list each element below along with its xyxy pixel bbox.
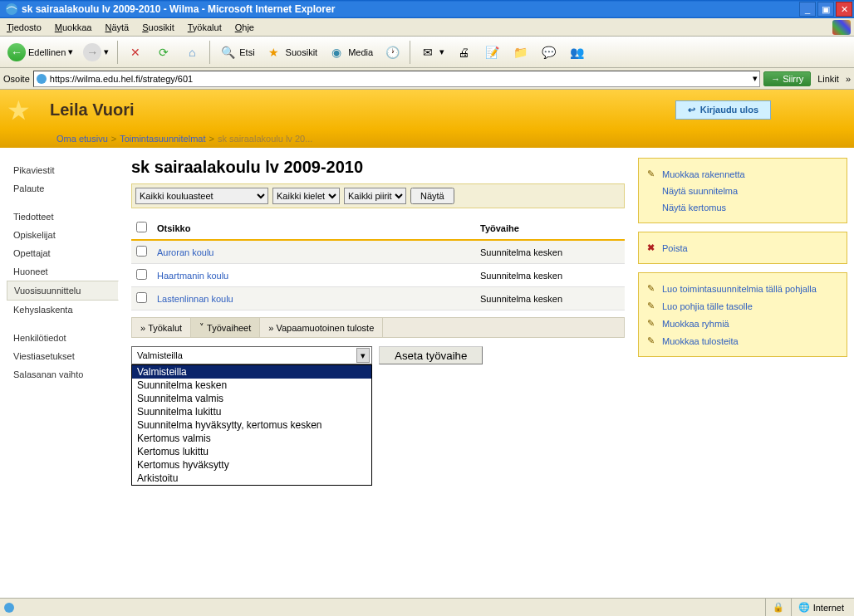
stage-option[interactable]: Valmisteilla (132, 365, 371, 379)
messenger-button[interactable]: 👥 (563, 40, 590, 65)
breadcrumb-home[interactable]: Oma etusivu (56, 134, 108, 144)
edit-structure-link[interactable]: Muokkaa rakennetta (662, 169, 745, 179)
left-nav: Pikaviestit Palaute Tiedotteet Opiskelij… (0, 148, 125, 397)
row-stage: Suunnitelma kesken (475, 240, 625, 264)
mail-button[interactable]: ✉▾ (415, 40, 449, 65)
stage-select[interactable]: Valmisteilla ▾ (131, 346, 372, 364)
edit-groups-link[interactable]: Muokkaa ryhmiä (662, 319, 729, 329)
back-label: Edellinen (28, 47, 66, 57)
svg-point-1 (37, 74, 47, 84)
home-button[interactable]: ⌂ (179, 40, 205, 65)
media-button[interactable]: ◉Media (323, 40, 377, 65)
edit-button[interactable]: 📝 (479, 40, 505, 65)
create-templates-link[interactable]: Luo pohjia tälle tasolle (662, 301, 753, 311)
stage-option[interactable]: Suunnitelma hyväksytty, kertomus kesken (132, 418, 371, 432)
breadcrumb-current: sk sairaalakoulu lv 20... (218, 134, 312, 144)
windows-flag-icon (832, 20, 851, 35)
edit-outputs-link[interactable]: Muokkaa tulosteita (662, 336, 739, 346)
go-button[interactable]: → Siirry (763, 71, 811, 86)
refresh-button[interactable]: ⟳ (150, 40, 177, 65)
menu-help[interactable]: Ohje (228, 20, 261, 35)
row-checkbox[interactable] (136, 269, 147, 280)
address-input[interactable]: https://wilma.edu.hel.fi/strategy/601 ▾ (33, 71, 760, 87)
nav-opettajat[interactable]: Opettajat (7, 244, 118, 262)
nav-kehyslaskenta[interactable]: Kehyslaskenta (7, 301, 118, 319)
tab-tools[interactable]: »Työkalut (132, 318, 191, 337)
breadcrumb-plans[interactable]: Toimintasuunnitelmat (120, 134, 205, 144)
set-stage-button[interactable]: Aseta työvaihe (379, 346, 483, 364)
chevron-down-icon: ▾ (68, 46, 73, 57)
show-button[interactable]: Näytä (410, 188, 454, 204)
nav-opiskelijat[interactable]: Opiskelijat (7, 226, 118, 244)
nav-henkilotiedot[interactable]: Henkilötiedot (7, 329, 118, 347)
stage-select-dropdown: Valmisteilla Suunnitelma kesken Suunnite… (131, 364, 372, 486)
page-header: ★ Leila Vuori ↩ Kirjaudu ulos (0, 90, 854, 130)
search-button[interactable]: 🔍Etsi (214, 40, 258, 65)
nav-salasanan[interactable]: Salasanan vaihto (7, 365, 118, 384)
nav-vuosisuunnittelu[interactable]: Vuosisuunnittelu (7, 281, 119, 301)
close-button[interactable]: ✕ (836, 2, 852, 17)
tab-stages[interactable]: ˅Työvaiheet (191, 318, 260, 337)
discuss-button[interactable]: 💬 (535, 40, 562, 65)
chevron-down-icon[interactable]: ▾ (356, 348, 370, 363)
nav-palaute[interactable]: Palaute (7, 179, 118, 198)
delete-link[interactable]: Poista (662, 243, 688, 253)
stage-option[interactable]: Suunnitelma valmis (132, 392, 371, 405)
menu-tools[interactable]: Työkalut (181, 20, 228, 35)
row-link[interactable]: Lastenlinnan koulu (157, 294, 233, 304)
ie-icon (5, 2, 18, 16)
stage-option[interactable]: Kertomus lukittu (132, 445, 371, 458)
ie-page-icon (36, 73, 47, 85)
delete-icon: ✖ (647, 242, 657, 253)
nav-huoneet[interactable]: Huoneet (7, 262, 118, 281)
row-link[interactable]: Haartmanin koulu (157, 271, 228, 281)
filter-schoollevels[interactable]: Kaikki kouluasteet (135, 188, 268, 204)
nav-pikaviestit[interactable]: Pikaviestit (7, 161, 118, 179)
table-row: Auroran koulu Suunnitelma kesken (131, 240, 625, 264)
chevron-right-icon[interactable]: » (846, 74, 851, 84)
stage-selected: Valmisteilla (137, 350, 183, 360)
address-bar: Osoite https://wilma.edu.hel.fi/strategy… (0, 68, 854, 90)
breadcrumb: Oma etusivu > Toimintasuunnitelmat > sk … (0, 130, 854, 148)
menu-file[interactable]: Tiedosto (0, 20, 48, 35)
row-checkbox[interactable] (136, 292, 147, 303)
print-button[interactable]: 🖨 (450, 40, 477, 65)
status-bar: 🔒 🌐Internet (0, 598, 854, 616)
filter-districts[interactable]: Kaikki piirit (344, 188, 406, 204)
stage-option[interactable]: Suunnitelma kesken (132, 379, 371, 392)
nav-viestiasetukset[interactable]: Viestiasetukset (7, 347, 118, 365)
menu-favorites[interactable]: Suosikit (135, 20, 181, 35)
show-report-link[interactable]: Näytä kertomus (662, 203, 726, 213)
actions-box: ✎Muokkaa rakennetta Näytä suunnitelma Nä… (638, 158, 847, 223)
stage-option[interactable]: Kertomus hyväksytty (132, 458, 371, 472)
browser-toolbar: ← Edellinen ▾ → ▾ ✕ ⟳ ⌂ 🔍Etsi ★Suosikit … (0, 37, 854, 68)
history-button[interactable]: 🕐 (379, 40, 405, 65)
tab-freeform[interactable]: »Vapaamuotoinen tuloste (260, 318, 383, 337)
filter-languages[interactable]: Kaikki kielet (272, 188, 340, 204)
stop-button[interactable]: ✕ (122, 40, 149, 65)
favorites-button[interactable]: ★Suosikit (261, 40, 322, 65)
stage-option[interactable]: Suunnitelma lukittu (132, 405, 371, 418)
menu-edit[interactable]: Muokkaa (48, 20, 99, 35)
restore-button[interactable]: ▣ (817, 2, 834, 17)
show-plan-link[interactable]: Näytä suunnitelma (662, 186, 738, 196)
menu-view[interactable]: Näytä (98, 20, 135, 35)
forward-button[interactable]: → ▾ (79, 40, 113, 65)
tab-strip: »Työkalut ˅Työvaiheet »Vapaamuotoinen tu… (131, 317, 625, 338)
logout-button[interactable]: ↩ Kirjaudu ulos (675, 100, 771, 120)
chevron-down-icon[interactable]: ▾ (753, 73, 758, 84)
create-box: ✎Luo toimintasuunnitelmia tällä pohjalla… (638, 272, 847, 357)
select-all-checkbox[interactable] (136, 222, 147, 232)
row-checkbox[interactable] (136, 246, 147, 257)
create-plans-link[interactable]: Luo toimintasuunnitelmia tällä pohjalla (662, 284, 817, 294)
folder-button[interactable]: 📁 (507, 40, 533, 65)
nav-tiedotteet[interactable]: Tiedotteet (7, 208, 118, 226)
stage-option[interactable]: Arkistoitu (132, 472, 371, 485)
menu-bar: Tiedosto Muokkaa Näytä Suosikit Työkalut… (0, 18, 854, 37)
links-label[interactable]: Linkit (814, 74, 842, 84)
row-link[interactable]: Auroran koulu (157, 247, 214, 257)
stage-option[interactable]: Kertomus valmis (132, 432, 371, 445)
table-row: Haartmanin koulu Suunnitelma kesken (131, 264, 625, 287)
back-button[interactable]: ← Edellinen ▾ (3, 40, 77, 65)
minimize-button[interactable]: _ (799, 2, 816, 17)
